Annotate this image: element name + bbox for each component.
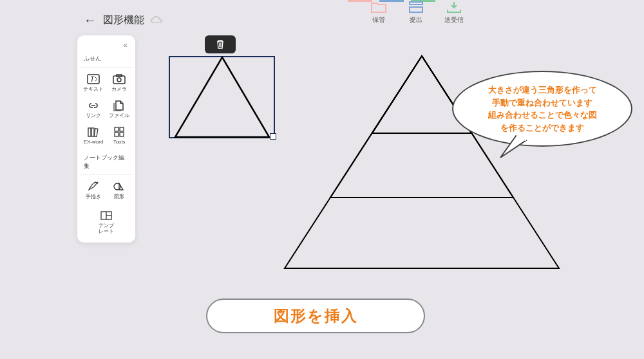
action-label: 提出 (410, 15, 422, 24)
small-triangle-shape[interactable] (174, 56, 270, 138)
transfer-button[interactable]: 送受信 (444, 0, 464, 24)
tool-label: ファイル (109, 113, 129, 119)
svg-rect-13 (120, 133, 124, 136)
tool-camera[interactable]: カメラ (107, 70, 131, 95)
tool-text[interactable]: T テキスト (81, 70, 106, 95)
trash-icon (215, 39, 225, 50)
template-icon (99, 209, 114, 222)
insert-shape-button[interactable]: 図形を挿入 (206, 299, 425, 333)
svg-rect-12 (115, 133, 118, 136)
link-icon (86, 99, 101, 112)
accent-bar (348, 0, 372, 2)
svg-rect-0 (410, 2, 422, 5)
svg-rect-7 (88, 128, 91, 136)
svg-rect-8 (91, 128, 94, 136)
svg-point-14 (97, 182, 99, 184)
tool-label: 図形 (114, 194, 124, 200)
tray-icon (407, 0, 425, 14)
speech-bubble: 大きさが違う三角形を作って 手動で重ね合わせています 組み合わせることで色々な図… (452, 71, 632, 147)
tool-handdraw[interactable]: 手描き (81, 178, 106, 203)
tool-label: テンプ レート (99, 223, 114, 235)
delete-button[interactable] (205, 35, 236, 53)
text-icon: T (86, 73, 101, 86)
svg-rect-9 (94, 128, 98, 136)
tool-label: カメラ (111, 87, 127, 93)
section-label: ふせん (80, 52, 133, 68)
svg-text:T: T (90, 76, 95, 83)
tool-label: テキスト (83, 87, 104, 93)
tool-shape[interactable]: 図形 (107, 178, 131, 203)
submit-button[interactable]: 提出 (407, 0, 425, 24)
toolbox: « ふせん T テキスト カメラ リンク ファイル EX-word (77, 35, 135, 243)
tool-label: EX-word (84, 140, 104, 145)
top-actions: 保管 提出 送受信 (370, 0, 464, 24)
tool-template[interactable]: テンプ レート (80, 207, 133, 237)
tool-label: リンク (86, 113, 101, 119)
shapes-icon (111, 180, 127, 193)
file-icon (111, 99, 127, 112)
back-arrow-icon[interactable]: ← (84, 13, 97, 28)
tool-label: Tools (113, 140, 126, 145)
tool-tools[interactable]: Tools (107, 123, 131, 148)
svg-point-5 (117, 78, 121, 82)
books-icon (86, 125, 101, 138)
folder-icon (370, 0, 388, 14)
grid-icon (111, 125, 127, 138)
page-title: 図形機能 (103, 14, 144, 27)
button-label: 図形を挿入 (274, 306, 358, 326)
download-icon (445, 0, 463, 14)
tool-link[interactable]: リンク (81, 97, 106, 122)
bubble-line: 組み合わせることで色々な図 (462, 109, 622, 122)
tool-exword[interactable]: EX-word (81, 123, 106, 148)
action-label: 保管 (372, 15, 385, 24)
tool-label: 手描き (86, 194, 101, 200)
action-label: 送受信 (444, 15, 464, 24)
section-label: ノートブック編集 (80, 151, 133, 175)
camera-icon (111, 73, 127, 86)
svg-rect-4 (113, 76, 125, 84)
bubble-tail-icon (497, 135, 529, 161)
tool-file[interactable]: ファイル (107, 97, 131, 122)
canvas[interactable]: ← 図形機能 保管 提出 送受信 « ふせん (0, 0, 644, 359)
save-button[interactable]: 保管 (370, 0, 388, 24)
svg-rect-11 (120, 127, 124, 131)
collapse-button[interactable]: « (80, 41, 133, 52)
bubble-line: を作ることができます (462, 122, 622, 134)
bubble-line: 手動で重ね合わせています (462, 97, 622, 109)
svg-rect-1 (410, 7, 422, 12)
header: ← 図形機能 (84, 13, 162, 28)
bubble-line: 大きさが違う三角形を作って (462, 84, 622, 97)
svg-rect-10 (115, 127, 118, 131)
brush-icon (86, 180, 101, 193)
cloud-icon[interactable] (151, 15, 162, 26)
